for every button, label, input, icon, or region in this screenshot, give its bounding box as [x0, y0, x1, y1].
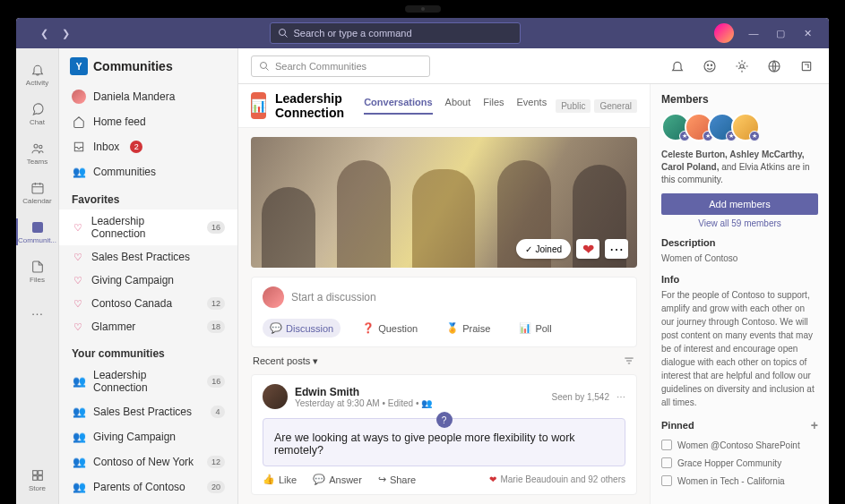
compose-tab-praise[interactable]: 🏅Praise	[439, 319, 497, 337]
rail-communities[interactable]: Communit...	[16, 213, 59, 251]
sidebar-item-label: Home feed	[93, 115, 146, 128]
svg-point-13	[261, 62, 267, 68]
rail-chat[interactable]: Chat	[16, 95, 59, 132]
sidebar-fav-sales[interactable]: ♡ Sales Best Practices	[59, 245, 237, 269]
tab-files[interactable]: Files	[483, 97, 504, 115]
svg-line-1	[284, 35, 287, 38]
sidebar: Y Communities Daniela Mandera Home feed …	[59, 48, 238, 504]
channel-chip: General	[594, 99, 637, 113]
joined-button[interactable]: ✓Joined	[516, 239, 571, 259]
sidebar-user[interactable]: Daniela Mandera	[59, 84, 237, 109]
sidebar-your-newyork[interactable]: 👥 Contoso of New York 12	[59, 449, 237, 474]
link-icon	[661, 475, 672, 486]
post-reactions[interactable]: ❤Marie Beaudouin and 92 others	[489, 474, 625, 484]
tab-conversations[interactable]: Conversations	[364, 97, 432, 115]
info-heading: Info	[661, 274, 818, 285]
compose-tab-discussion[interactable]: 💬Discussion	[263, 319, 341, 337]
post-card: Edwin Smith Yesterday at 9:30 AM • Edite…	[251, 374, 637, 495]
pinned-link[interactable]: Grace Hopper Community	[661, 454, 818, 472]
check-icon: ✓	[525, 244, 532, 254]
svg-point-18	[740, 64, 744, 68]
window-maximize-button[interactable]: ▢	[768, 22, 793, 44]
rail-label: Files	[30, 276, 45, 284]
emoji-button[interactable]	[700, 56, 720, 76]
nav-forward-button[interactable]: ❯	[56, 23, 75, 43]
pinned-link[interactable]: Women @Contoso SharePoint	[661, 436, 818, 454]
svg-rect-20	[802, 62, 810, 70]
popout-button[interactable]	[797, 56, 816, 76]
filter-button[interactable]	[623, 355, 635, 367]
heart-icon: ♡	[72, 252, 84, 263]
tab-about[interactable]: About	[445, 97, 471, 115]
sidebar-inbox[interactable]: Inbox 2	[59, 134, 237, 159]
compose-tab-poll[interactable]: 📊Poll	[512, 319, 558, 337]
sidebar-fav-giving[interactable]: ♡ Giving Campaign	[59, 269, 237, 292]
nav-back-button[interactable]: ❮	[34, 23, 54, 43]
sidebar-your-giving[interactable]: 👥 Giving Campaign	[59, 424, 237, 449]
rail-label: Calendar	[22, 197, 51, 205]
answer-button[interactable]: 💬Answer	[313, 474, 362, 485]
communities-search-input[interactable]: Search Communities	[251, 56, 430, 77]
post-more-button[interactable]: ⋯	[617, 392, 625, 402]
sidebar-title: Y Communities	[59, 48, 237, 84]
sidebar-your-leadership[interactable]: 👥 Leadership Connection 16	[59, 363, 237, 399]
sidebar-item-label: Sales Best Practices	[91, 251, 190, 263]
pinned-link[interactable]: Women in Tech - California	[661, 472, 818, 490]
user-avatar-small	[72, 90, 86, 104]
reply-icon: 💬	[313, 474, 325, 485]
post-author-name[interactable]: Edwin Smith	[295, 386, 432, 398]
cover-image: ✓Joined ❤ ⋯	[251, 137, 637, 268]
sidebar-fav-canada[interactable]: ♡ Contoso Canada 12	[59, 292, 237, 315]
window-close-button[interactable]: ✕	[795, 22, 820, 44]
answer-label: Answer	[329, 474, 362, 485]
communities-icon	[30, 219, 46, 235]
cover-more-button[interactable]: ⋯	[605, 239, 628, 259]
window-minimize-button[interactable]: —	[741, 22, 766, 44]
global-search-input[interactable]: Search or type a command	[270, 22, 521, 44]
post-author-avatar[interactable]	[263, 384, 288, 409]
sidebar-item-label: Leadership Connection	[91, 215, 200, 240]
sidebar-your-sales[interactable]: 👥 Sales Best Practices 4	[59, 399, 237, 424]
favorite-button[interactable]: ❤	[576, 239, 599, 259]
recent-posts-dropdown[interactable]: Recent posts ▾	[253, 355, 318, 367]
community-name: Leadership Connection	[275, 91, 344, 120]
settings-button[interactable]	[732, 56, 752, 76]
sidebar-item-label: Giving Campaign	[91, 274, 174, 286]
rail-store[interactable]: Store	[16, 461, 59, 499]
sidebar-fav-leadership[interactable]: ♡ Leadership Connection 16	[59, 209, 237, 245]
like-button[interactable]: 👍Like	[263, 474, 297, 485]
people-icon: 👥	[72, 405, 86, 419]
compose-tab-question[interactable]: ❓Question	[355, 319, 425, 337]
sidebar-section-favorites: Favorites	[59, 184, 237, 209]
pinned-link-text: Women @Contoso SharePoint	[677, 440, 800, 450]
people-icon: 👥	[72, 165, 86, 179]
add-pinned-button[interactable]: +	[811, 418, 818, 432]
store-icon	[30, 467, 46, 483]
tab-events[interactable]: Events	[517, 97, 548, 115]
rail-files[interactable]: Files	[16, 252, 59, 290]
user-avatar[interactable]	[714, 23, 734, 43]
sidebar-your-dogs[interactable]: 👥 Dogs at Contoso	[59, 500, 237, 504]
sidebar-all-communities[interactable]: 👥 Communities	[59, 159, 237, 184]
share-button[interactable]: ↪Share	[378, 474, 416, 485]
add-members-button[interactable]: Add members	[661, 193, 818, 215]
rail-calendar[interactable]: Calendar	[16, 174, 59, 211]
people-icon: 👥	[72, 455, 86, 469]
sidebar-fav-glammer[interactable]: ♡ Glammer 18	[59, 315, 237, 338]
people-icon: 👥	[72, 374, 86, 389]
calendar-icon	[30, 180, 46, 196]
right-sidebar: Members ★ ★ ★ ★ Celeste Burton, Ashley M…	[650, 84, 829, 504]
rail-activity[interactable]: Activity	[16, 56, 59, 93]
rail-label: Activity	[26, 79, 48, 87]
rail-teams[interactable]: Teams	[16, 134, 59, 172]
member-avatar[interactable]: ★	[731, 113, 760, 141]
compose-input[interactable]: Start a discussion	[263, 286, 625, 315]
notifications-button[interactable]	[668, 56, 687, 76]
rail-more[interactable]: …	[16, 292, 59, 329]
view-all-members-link[interactable]: View all 59 members	[661, 218, 818, 228]
sidebar-item-label: Leadership Connection	[93, 369, 200, 394]
sidebar-your-parents[interactable]: 👥 Parents of Contoso 20	[59, 474, 237, 500]
sidebar-home-feed[interactable]: Home feed	[59, 109, 237, 134]
svg-rect-12	[38, 476, 42, 481]
globe-button[interactable]	[764, 56, 784, 76]
